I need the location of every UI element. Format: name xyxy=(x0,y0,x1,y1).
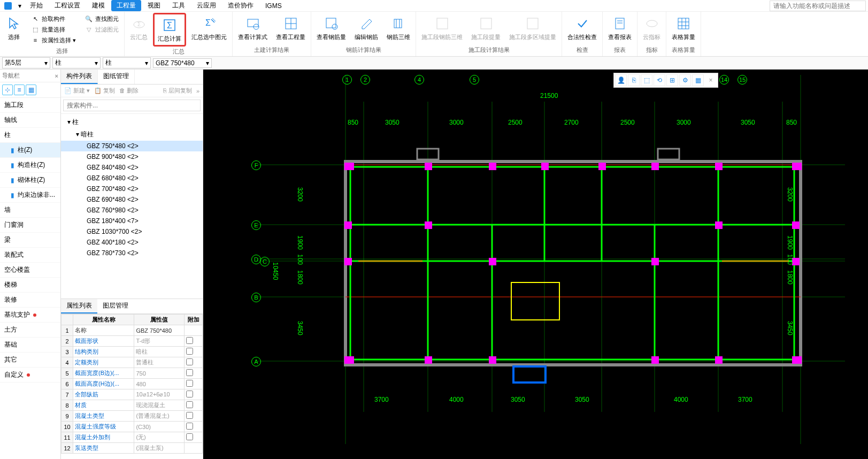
menu-dropdown[interactable]: ▾ xyxy=(16,2,24,10)
nav-楼梯[interactable]: 楼梯 xyxy=(0,278,60,293)
rebar-3d-button[interactable]: 钢筋三维 xyxy=(383,13,413,43)
nav-柱[interactable]: 柱 xyxy=(0,128,60,143)
btn-new[interactable]: 📄 新建 ▾ xyxy=(64,87,90,95)
tool-1-icon[interactable]: 👤 xyxy=(615,74,627,86)
menu-cloud[interactable]: 云应用 xyxy=(191,0,221,11)
prop-row[interactable]: 4定额类别普通柱 xyxy=(62,357,203,368)
cloud-index-button[interactable]: 云指标 xyxy=(640,13,664,43)
batch-select[interactable]: ⬚批量选择 xyxy=(29,25,78,34)
prop-checkbox[interactable] xyxy=(186,358,193,365)
search-input[interactable] xyxy=(770,1,866,11)
prop-checkbox[interactable] xyxy=(186,433,193,440)
view-report-button[interactable]: 查看报表 xyxy=(605,13,635,43)
nav-空心楼盖[interactable]: 空心楼盖 xyxy=(0,263,60,278)
nav-基础[interactable]: 基础 xyxy=(0,338,60,353)
prop-row[interactable]: 6截面高度(H边)(...480 xyxy=(62,379,203,389)
edit-rebar-button[interactable]: 编辑钢筋 xyxy=(351,13,381,43)
component-search[interactable] xyxy=(63,100,201,111)
prop-row[interactable]: 10混凝土强度等级(C30) xyxy=(62,422,203,432)
view-list-icon[interactable]: ≡ xyxy=(14,85,25,95)
btn-more[interactable]: » xyxy=(196,88,199,94)
tree-item[interactable]: GBZ 780*730 <2> xyxy=(61,248,203,258)
nav-自定义[interactable]: 自定义 xyxy=(0,368,60,382)
prop-row[interactable]: 9混凝土类型(普通混凝土) xyxy=(62,411,203,422)
btn-floor-copy[interactable]: ⎘ 层间复制 xyxy=(163,87,192,95)
tool-7-icon[interactable]: ▦ xyxy=(692,74,704,86)
menu-modeling[interactable]: 建模 xyxy=(87,0,110,11)
tab-property-list[interactable]: 属性列表 xyxy=(61,299,97,313)
menu-cost[interactable]: 造价协作 xyxy=(222,0,259,11)
view-grid-icon[interactable]: ▦ xyxy=(26,85,36,95)
seg-rebar-3d-button[interactable]: 施工段钢筋三维 xyxy=(418,13,466,43)
tool-4-icon[interactable]: ⟲ xyxy=(654,74,665,86)
instance-select[interactable]: GBZ 750*480▾ xyxy=(153,58,212,68)
nav-close-icon[interactable]: × xyxy=(55,73,58,79)
menu-igms[interactable]: IGMS xyxy=(260,1,287,11)
nav-其它[interactable]: 其它 xyxy=(0,353,60,368)
tool-3-icon[interactable]: ⬚ xyxy=(641,74,652,86)
select-by-prop[interactable]: ≡按属性选择 ▾ xyxy=(29,35,78,45)
menu-tools[interactable]: 工具 xyxy=(167,0,190,11)
filter-element[interactable]: ▽过滤图元 xyxy=(82,25,121,34)
pick-member[interactable]: ↖拾取构件 xyxy=(29,14,78,24)
nav-sub-柱(Z)[interactable]: ▮ 柱(Z) xyxy=(0,143,60,158)
seg-multi-qty-button[interactable]: 施工段多区域提量 xyxy=(506,13,559,43)
prop-checkbox[interactable] xyxy=(186,337,193,344)
tool-2-icon[interactable]: ⎘ xyxy=(628,74,640,86)
menu-start[interactable]: 开始 xyxy=(25,0,48,11)
tree-item[interactable]: ▾ 暗柱 xyxy=(61,128,203,141)
prop-row[interactable]: 2截面形状T-d形 xyxy=(62,336,203,347)
btn-delete[interactable]: 🗑 删除 xyxy=(119,87,139,95)
grid-calc-button[interactable]: 表格算量 xyxy=(669,13,698,43)
tab-component-list[interactable]: 构件列表 xyxy=(61,70,98,84)
cat1-select[interactable]: 柱▾ xyxy=(52,57,101,68)
prop-row[interactable]: 3结构类别暗柱 xyxy=(62,347,203,357)
view-formula-button[interactable]: 查看计算式 xyxy=(235,13,271,43)
tree-item[interactable]: GBZ 690*480 <2> xyxy=(61,194,203,205)
prop-row[interactable]: 12泵送类型(混凝土泵) xyxy=(62,443,203,454)
nav-sub-构造柱(Z)[interactable]: ▮ 构造柱(Z) xyxy=(0,158,60,173)
view-tree-icon[interactable]: ⊹ xyxy=(2,85,13,95)
tree-item[interactable]: GBZ 180*400 <7> xyxy=(61,216,203,226)
view-quantity-button[interactable]: 查看工程量 xyxy=(273,13,309,43)
tree-item[interactable]: GBZ 700*480 <2> xyxy=(61,183,203,194)
cat2-select[interactable]: 柱▾ xyxy=(103,57,151,68)
prop-row[interactable]: 8材质现浇混凝土 xyxy=(62,400,203,411)
select-button[interactable]: 选择 xyxy=(2,13,26,43)
prop-checkbox[interactable] xyxy=(186,401,193,408)
tree-item[interactable]: GBZ 1030*700 <2> xyxy=(61,226,203,237)
tree-item[interactable]: ▾ 柱 xyxy=(61,116,203,128)
prop-row[interactable]: 5截面宽度(B边)(...750 xyxy=(62,368,203,379)
prop-checkbox[interactable] xyxy=(186,380,193,387)
menu-view[interactable]: 视图 xyxy=(142,0,166,11)
prop-checkbox[interactable] xyxy=(186,391,193,397)
floor-select[interactable]: 第5层▾ xyxy=(2,57,50,68)
tree-item[interactable]: GBZ 750*480 <2> xyxy=(61,141,203,151)
prop-row[interactable]: 7全部纵筋10⌀12+6⌀10 xyxy=(62,389,203,400)
tree-item[interactable]: GBZ 680*480 <2> xyxy=(61,173,203,183)
validity-check-button[interactable]: 合法性检查 xyxy=(564,13,600,43)
tab-layer-mgmt[interactable]: 图层管理 xyxy=(97,299,134,313)
tree-item[interactable]: GBZ 400*180 <2> xyxy=(61,237,203,248)
menu-project-settings[interactable]: 工程设置 xyxy=(49,0,86,11)
sum-calc-button[interactable]: Σ汇总计算 xyxy=(153,13,186,47)
sum-selected-button[interactable]: Σ汇总选中图元 xyxy=(188,13,230,43)
nav-基坑支护[interactable]: 基坑支护 xyxy=(0,308,60,323)
tool-5-icon[interactable]: ⊞ xyxy=(666,74,678,86)
tree-item[interactable]: GBZ 840*480 <2> xyxy=(61,162,203,173)
prop-checkbox[interactable] xyxy=(186,423,193,430)
nav-装修[interactable]: 装修 xyxy=(0,293,60,308)
seg-qty-button[interactable]: 施工段提量 xyxy=(468,13,504,43)
cloud-sum-button[interactable]: Σ云汇总 xyxy=(127,13,151,43)
tree-item[interactable]: GBZ 760*980 <2> xyxy=(61,205,203,216)
nav-装配式[interactable]: 装配式 xyxy=(0,248,60,263)
tab-drawing-mgmt[interactable]: 图纸管理 xyxy=(98,70,135,84)
tree-item[interactable]: GBZ 900*480 <2> xyxy=(61,151,203,162)
nav-土方[interactable]: 土方 xyxy=(0,323,60,338)
nav-墙[interactable]: 墙 xyxy=(0,203,60,218)
prop-checkbox[interactable] xyxy=(186,412,193,419)
find-element[interactable]: 🔍查找图元 xyxy=(82,14,121,24)
prop-checkbox[interactable] xyxy=(186,369,193,376)
nav-sub-砌体柱(Z)[interactable]: ▮ 砌体柱(Z) xyxy=(0,173,60,188)
drawing-canvas[interactable]: 👤 ⎘ ⬚ ⟲ ⊞ ⚙ ▦ × xyxy=(203,70,868,459)
